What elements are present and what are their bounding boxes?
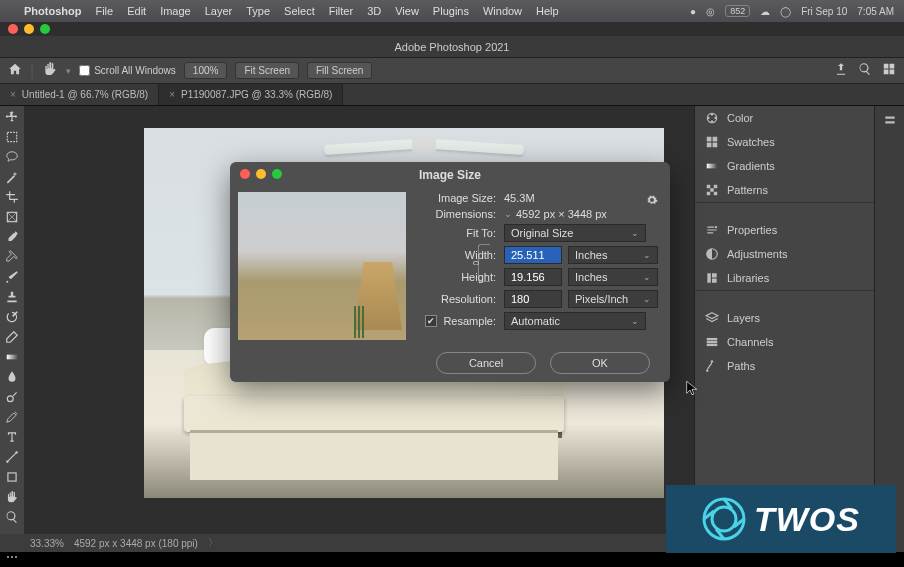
panel-paths[interactable]: Paths — [695, 354, 874, 378]
menu-image[interactable]: Image — [160, 5, 191, 17]
dimensions-unit-toggle[interactable]: ⌄ — [504, 209, 512, 219]
marquee-tool[interactable] — [3, 130, 21, 144]
menu-layer[interactable]: Layer — [205, 5, 233, 17]
menu-filter[interactable]: Filter — [329, 5, 353, 17]
minimize-window[interactable] — [24, 24, 34, 34]
siri-icon[interactable]: ◯ — [780, 6, 791, 17]
tab-current[interactable]: ×P1190087.JPG @ 33.3% (RGB/8) — [159, 84, 343, 105]
lasso-tool[interactable] — [3, 150, 21, 164]
status-chevron-icon[interactable]: 〉 — [208, 536, 218, 550]
resample-select[interactable]: Automatic⌄ — [504, 312, 646, 330]
scroll-all-checkbox[interactable]: Scroll All Windows — [79, 65, 176, 76]
dialog-titlebar[interactable]: Image Size — [230, 162, 670, 188]
menu-plugins[interactable]: Plugins — [433, 5, 469, 17]
menu-window[interactable]: Window — [483, 5, 522, 17]
wand-tool[interactable] — [3, 170, 21, 184]
panel-swatches[interactable]: Swatches — [695, 130, 874, 154]
menubar-date[interactable]: Fri Sep 10 — [801, 6, 847, 17]
cloud-icon[interactable]: ☁ — [760, 6, 770, 17]
panel-label: Channels — [727, 336, 773, 348]
cancel-button[interactable]: Cancel — [436, 352, 536, 374]
home-icon[interactable] — [8, 62, 22, 80]
blur-tool[interactable] — [3, 370, 21, 384]
menubar-time[interactable]: 7:05 AM — [857, 6, 894, 17]
menu-edit[interactable]: Edit — [127, 5, 146, 17]
menu-type[interactable]: Type — [246, 5, 270, 17]
gear-icon[interactable] — [646, 194, 658, 208]
preview-thumbnail[interactable] — [238, 192, 406, 340]
panel-adjustments[interactable]: Adjustments — [695, 242, 874, 266]
path-tool[interactable] — [3, 450, 21, 464]
tab-label: Untitled-1 @ 66.7% (RGB/8) — [22, 89, 148, 100]
dodge-tool[interactable] — [3, 390, 21, 404]
menubar-app[interactable]: Photoshop — [24, 5, 81, 17]
shape-tool[interactable] — [3, 470, 21, 484]
panel-channels[interactable]: Channels — [695, 330, 874, 354]
menu-file[interactable]: File — [95, 5, 113, 17]
close-tab-icon[interactable]: × — [169, 89, 175, 100]
menu-help[interactable]: Help — [536, 5, 559, 17]
resample-checkbox[interactable]: ✔ — [425, 315, 437, 327]
width-input[interactable] — [504, 246, 562, 264]
record-icon[interactable]: ● — [690, 6, 696, 17]
share-icon[interactable] — [834, 62, 848, 80]
height-input[interactable] — [504, 268, 562, 286]
zoom-100-button[interactable]: 100% — [184, 62, 228, 79]
panel-color[interactable]: Color — [695, 106, 874, 130]
svg-rect-23 — [714, 192, 718, 196]
panel-gradients[interactable]: Gradients — [695, 154, 874, 178]
edit-toolbar[interactable]: ⋯ — [3, 550, 21, 564]
gradient-tool[interactable] — [3, 350, 21, 364]
svg-rect-0 — [7, 132, 16, 141]
stamp-tool[interactable] — [3, 290, 21, 304]
dialog-zoom[interactable] — [272, 169, 282, 179]
ok-button[interactable]: OK — [550, 352, 650, 374]
svg-point-13 — [707, 117, 709, 119]
hand-tool[interactable] — [3, 490, 21, 504]
status-zoom[interactable]: 33.33% — [30, 538, 64, 549]
brush-tool[interactable] — [3, 270, 21, 284]
status-info[interactable]: 4592 px x 3448 px (180 ppi) — [74, 538, 198, 549]
panel-layers[interactable]: Layers — [695, 306, 874, 330]
tab-untitled[interactable]: ×Untitled-1 @ 66.7% (RGB/8) — [0, 84, 159, 105]
dialog-minimize[interactable] — [256, 169, 266, 179]
maximize-window[interactable] — [40, 24, 50, 34]
status-badge[interactable]: 852 — [725, 5, 750, 17]
type-tool[interactable] — [3, 430, 21, 444]
panel-patterns[interactable]: Patterns — [695, 178, 874, 202]
pen-tool[interactable] — [3, 410, 21, 424]
history-brush-tool[interactable] — [3, 310, 21, 324]
cursor-icon — [684, 380, 700, 396]
screen-icon[interactable]: ◎ — [706, 6, 715, 17]
zoom-tool[interactable] — [3, 510, 21, 524]
fit-screen-button[interactable]: Fit Screen — [235, 62, 299, 79]
resolution-unit-select[interactable]: Pixels/Inch⌄ — [568, 290, 658, 308]
resolution-input[interactable] — [504, 290, 562, 308]
width-unit-select[interactable]: Inches⌄ — [568, 246, 658, 264]
eraser-tool[interactable] — [3, 330, 21, 344]
panel-libraries[interactable]: Libraries — [695, 266, 874, 290]
hand-tool-icon[interactable] — [42, 61, 58, 81]
svg-point-11 — [714, 117, 716, 119]
frame-tool[interactable] — [3, 210, 21, 224]
fit-to-select[interactable]: Original Size⌄ — [504, 224, 646, 242]
menu-select[interactable]: Select — [284, 5, 315, 17]
panel-properties[interactable]: Properties — [695, 218, 874, 242]
move-tool[interactable] — [3, 110, 21, 124]
healing-tool[interactable] — [3, 250, 21, 264]
fill-screen-button[interactable]: Fill Screen — [307, 62, 372, 79]
dialog-close[interactable] — [240, 169, 250, 179]
panel-toggle-icon[interactable] — [881, 112, 899, 128]
close-tab-icon[interactable]: × — [10, 89, 16, 100]
menu-view[interactable]: View — [395, 5, 419, 17]
close-window[interactable] — [8, 24, 18, 34]
search-icon[interactable] — [858, 62, 872, 80]
height-unit-select[interactable]: Inches⌄ — [568, 268, 658, 286]
svg-rect-15 — [713, 137, 718, 142]
crop-tool[interactable] — [3, 190, 21, 204]
menu-3d[interactable]: 3D — [367, 5, 381, 17]
eyedropper-tool[interactable] — [3, 230, 21, 244]
tools-panel: ⋯ ⋯ — [0, 106, 24, 536]
workspace-icon[interactable] — [882, 62, 896, 80]
svg-point-3 — [7, 396, 13, 402]
